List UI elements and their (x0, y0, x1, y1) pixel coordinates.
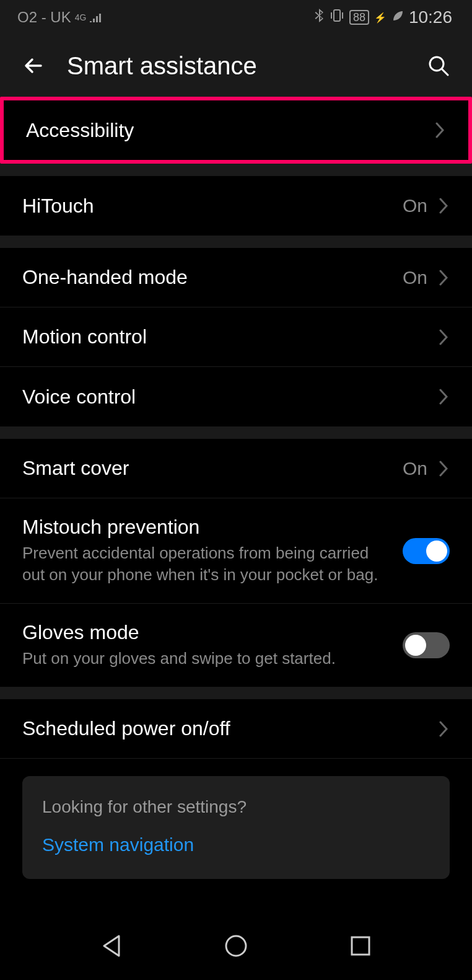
row-hitouch[interactable]: HiTouch On (0, 176, 472, 236)
chevron-right-icon (437, 267, 450, 288)
nav-back-button[interactable] (97, 931, 126, 961)
row-value: On (403, 267, 427, 288)
toggle-gloves-mode[interactable] (403, 632, 450, 658)
app-header: Smart assistance (0, 35, 472, 97)
chevron-right-icon (437, 718, 450, 739)
row-value: On (403, 458, 427, 479)
bluetooth-icon (315, 8, 325, 27)
row-one-handed-mode[interactable]: One-handed mode On (0, 248, 472, 307)
svg-line-4 (442, 69, 448, 75)
chevron-right-icon (437, 458, 450, 479)
network-type: 4G (75, 12, 87, 22)
nav-home-button[interactable] (221, 931, 251, 961)
nav-recent-button[interactable] (346, 931, 375, 961)
row-label: Smart cover (22, 457, 403, 480)
signal-icon (90, 9, 103, 26)
svg-rect-0 (334, 10, 340, 21)
row-label: Accessibility (26, 119, 434, 142)
row-smart-cover[interactable]: Smart cover On (0, 439, 472, 498)
toggle-mistouch-prevention[interactable] (403, 538, 450, 564)
page-title: Smart assistance (67, 52, 405, 80)
row-label: Gloves mode (22, 621, 403, 644)
chevron-right-icon (434, 120, 446, 141)
status-bar: O2 - UK 4G 88 ⚡ 10:26 (0, 0, 472, 35)
row-motion-control[interactable]: Motion control (0, 307, 472, 367)
row-accessibility[interactable]: Accessibility (4, 100, 468, 160)
chevron-right-icon (437, 386, 450, 407)
section-accessibility-highlighted: Accessibility (0, 97, 472, 164)
link-system-navigation[interactable]: System navigation (42, 834, 430, 855)
row-label: Scheduled power on/off (22, 717, 437, 740)
row-scheduled-power[interactable]: Scheduled power on/off (0, 699, 472, 759)
status-right: 88 ⚡ 10:26 (315, 7, 452, 27)
vibrate-icon (330, 9, 344, 26)
other-settings-title: Looking for other settings? (42, 797, 430, 817)
row-label: Voice control (22, 386, 437, 408)
row-description: Put on your gloves and swipe to get star… (22, 648, 403, 669)
row-gloves-mode: Gloves mode Put on your gloves and swipe… (0, 604, 472, 687)
battery-charging-icon: ⚡ (374, 12, 387, 24)
chevron-right-icon (437, 327, 450, 348)
row-voice-control[interactable]: Voice control (0, 367, 472, 426)
carrier-label: O2 - UK (17, 9, 71, 26)
other-settings-card: Looking for other settings? System navig… (22, 776, 450, 879)
settings-content: Accessibility HiTouch On One-handed mode… (0, 97, 472, 879)
navigation-bar (0, 912, 472, 980)
row-label: Motion control (22, 325, 437, 348)
row-label: One-handed mode (22, 266, 403, 289)
svg-point-5 (226, 936, 246, 956)
row-description: Prevent accidental operations from being… (22, 542, 403, 586)
chevron-right-icon (437, 195, 450, 216)
status-left: O2 - UK 4G (17, 9, 103, 26)
back-button[interactable] (20, 52, 47, 79)
leaf-icon (391, 9, 404, 26)
battery-indicator: 88 (349, 10, 369, 25)
row-label: HiTouch (22, 195, 403, 218)
row-mistouch-prevention: Mistouch prevention Prevent accidental o… (0, 498, 472, 604)
svg-point-3 (430, 57, 444, 71)
clock-time: 10:26 (409, 7, 452, 27)
svg-rect-6 (352, 937, 369, 955)
row-label: Mistouch prevention (22, 516, 403, 539)
row-value: On (403, 195, 427, 216)
search-button[interactable] (425, 52, 452, 79)
